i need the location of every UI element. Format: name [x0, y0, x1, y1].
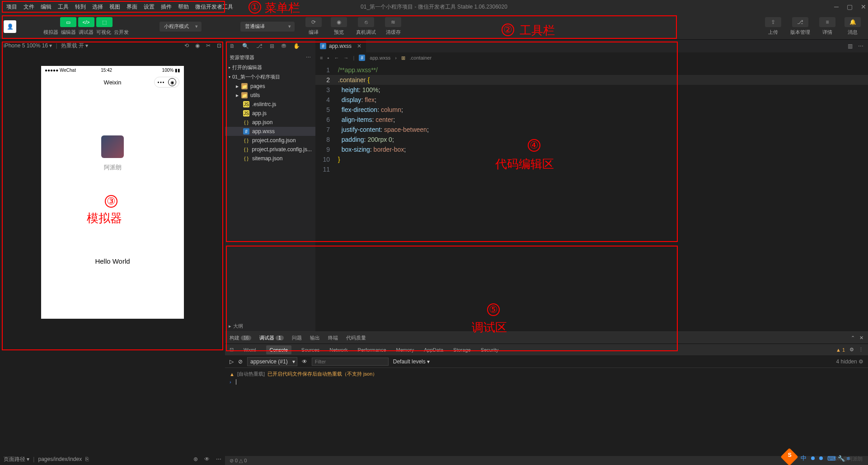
tool-编译[interactable]: ⟳编译: [302, 17, 325, 36]
file-app.wxss[interactable]: # app.wxss: [225, 127, 315, 136]
close-panel-icon[interactable]: ✕: [859, 335, 863, 341]
code-line[interactable]: 10}: [315, 154, 868, 164]
devtab-Wxml[interactable]: Wxml: [244, 347, 256, 353]
eye-icon[interactable]: 👁: [302, 358, 307, 365]
devtab-Security[interactable]: Security: [481, 347, 499, 353]
forward-icon[interactable]: →: [343, 55, 348, 60]
maximize-icon[interactable]: ▢: [847, 3, 853, 10]
menu-插件[interactable]: 插件: [158, 1, 174, 13]
debugger-toggle-icon[interactable]: ⬚: [96, 17, 113, 27]
file-.eslintrc.js[interactable]: JS .eslintrc.js: [225, 100, 315, 109]
console-body[interactable]: ▲ [自动热重载] 已开启代码文件保存后自动热重载（不支持 json）›: [225, 368, 868, 453]
broadcast-icon[interactable]: ⊛: [193, 456, 198, 462]
code-line[interactable]: 6 align-items: center;: [315, 115, 868, 125]
minimize-icon[interactable]: ─: [834, 3, 839, 10]
outline-section[interactable]: ▸大纲: [225, 321, 315, 331]
devtab-AppData[interactable]: AppData: [424, 347, 443, 353]
ext-icon[interactable]: ⊞: [270, 43, 274, 49]
inspect-icon[interactable]: ⊡: [230, 347, 234, 353]
tool-上传[interactable]: ⇪上传: [761, 17, 785, 36]
more-icon[interactable]: ⋯: [306, 55, 311, 60]
close-tab-icon[interactable]: ✕: [357, 43, 361, 49]
path-label[interactable]: 页面路径 ▾: [4, 456, 29, 463]
menu-设置[interactable]: 设置: [141, 1, 157, 13]
menu-微信开发者工具[interactable]: 微信开发者工具: [192, 1, 236, 13]
dtab-代码质量[interactable]: 代码质量: [346, 335, 366, 341]
tool-真机调试[interactable]: ⎋真机调试: [352, 17, 380, 36]
code-line[interactable]: 4 display: flex;: [315, 95, 868, 105]
devtab-Memory[interactable]: Memory: [396, 347, 414, 353]
chevron-up-icon[interactable]: ⌃: [851, 335, 855, 341]
code-line[interactable]: 7 justify-content: space-between;: [315, 125, 868, 135]
eye-icon[interactable]: 👁: [204, 456, 210, 462]
devtab-Sources[interactable]: Sources: [301, 347, 319, 353]
record-icon[interactable]: ◉: [195, 42, 200, 49]
fold-icon[interactable]: ⌄: [339, 76, 343, 81]
dtab-问题[interactable]: 问题: [292, 335, 302, 341]
file-pages[interactable]: ▸ 📁 pages: [225, 82, 315, 91]
tool-版本管理[interactable]: ⎇版本管理: [787, 17, 814, 36]
device-dropdown[interactable]: iPhone 5 100% 16 ▾: [4, 42, 52, 49]
dtab-调试器[interactable]: 调试器 1: [259, 335, 284, 341]
menu-选择[interactable]: 选择: [89, 1, 106, 13]
more-icon[interactable]: ⋯: [216, 456, 221, 462]
problems-count[interactable]: ⊘ 0 △ 0: [230, 458, 247, 464]
menu-转到[interactable]: 转到: [72, 1, 89, 13]
devtab-Storage[interactable]: Storage: [453, 347, 471, 353]
menu-帮助[interactable]: 帮助: [175, 1, 192, 13]
file-project.private.config.js...[interactable]: { } project.private.config.js...: [225, 145, 315, 154]
code-line[interactable]: 1/**app.wxss**/: [315, 65, 868, 75]
project-section[interactable]: ▾01_第一个小程序项目: [225, 72, 315, 82]
hotreload-dropdown[interactable]: 热重载 开 ▾: [61, 42, 89, 50]
dtab-构建[interactable]: 构建 16: [230, 335, 251, 341]
devtab-Performance[interactable]: Performance: [358, 347, 386, 353]
clear-icon[interactable]: ⊘: [238, 358, 243, 365]
file-sitemap.json[interactable]: { } sitemap.json: [225, 154, 315, 163]
capsule-button[interactable]: ••• ◉: [154, 77, 179, 88]
split-icon[interactable]: ▥: [848, 43, 853, 49]
avatar[interactable]: 👤: [4, 20, 16, 33]
files-icon[interactable]: 🗎: [230, 43, 235, 49]
devtab-Network[interactable]: Network: [329, 347, 347, 353]
gear-icon[interactable]: ⚙: [849, 347, 854, 353]
list-icon[interactable]: ≡: [320, 55, 323, 60]
more-tab-icon[interactable]: ⋯: [858, 43, 863, 49]
filter-input[interactable]: [312, 358, 389, 366]
code-line[interactable]: 11: [315, 164, 868, 174]
menu-项目[interactable]: 项目: [4, 1, 20, 13]
code-line[interactable]: 3 height: 100%;: [315, 85, 868, 95]
code-line[interactable]: 2.container {: [315, 75, 868, 85]
context-dropdown[interactable]: appservice (#1)▾: [247, 357, 297, 366]
devtab-Console[interactable]: Console: [266, 345, 291, 354]
open-editors-section[interactable]: ▸打开的编辑器: [225, 63, 315, 72]
menu-视图[interactable]: 视图: [107, 1, 123, 13]
close-icon[interactable]: ✕: [861, 3, 866, 10]
code-line[interactable]: 5 flex-direction: column;: [315, 105, 868, 115]
menu-工具[interactable]: 工具: [55, 1, 71, 13]
expand-icon[interactable]: ⊡: [217, 42, 221, 49]
menu-界面[interactable]: 界面: [124, 1, 140, 13]
code-content[interactable]: ⌄ 1/**app.wxss**/2.container {3 height: …: [315, 63, 868, 331]
cut-icon[interactable]: ✂: [206, 42, 211, 49]
rotate-icon[interactable]: ⟲: [184, 42, 189, 49]
tool-清缓存[interactable]: ≋清缓存: [381, 17, 405, 36]
bookmark-icon[interactable]: ⭑: [327, 55, 329, 61]
tab-app-wxss[interactable]: # app.wxss ✕: [315, 40, 366, 52]
dtab-终端[interactable]: 终端: [328, 335, 338, 341]
dtab-输出[interactable]: 输出: [310, 335, 320, 341]
tool-预览[interactable]: ◉预览: [327, 17, 351, 36]
file-app.json[interactable]: { } app.json: [225, 118, 315, 127]
code-line[interactable]: 9 box-sizing: border-box;: [315, 144, 868, 154]
tool-详情[interactable]: ≡详情: [816, 17, 839, 36]
levels-dropdown[interactable]: Default levels ▾: [393, 358, 430, 365]
hand-icon[interactable]: ✋: [293, 43, 300, 49]
menu-dots-icon[interactable]: •••: [157, 78, 165, 86]
menu-编辑[interactable]: 编辑: [38, 1, 54, 13]
editor-toggle-icon[interactable]: </>: [78, 17, 94, 27]
code-line[interactable]: 8 padding: 200rpx 0;: [315, 135, 868, 144]
menu-文件[interactable]: 文件: [21, 1, 37, 13]
file-app.js[interactable]: JS app.js: [225, 109, 315, 118]
copy-icon[interactable]: ⎘: [85, 456, 89, 462]
back-icon[interactable]: ←: [334, 55, 339, 60]
search-icon[interactable]: 🔍: [242, 43, 249, 49]
